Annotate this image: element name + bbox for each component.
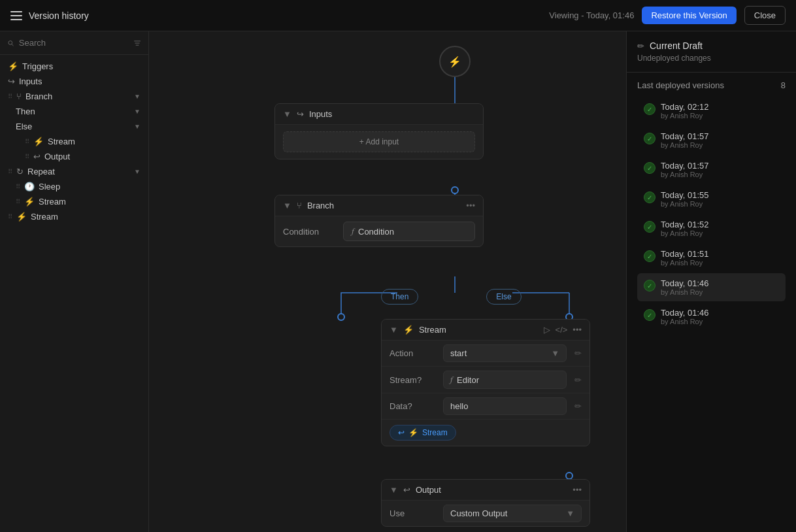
sidebar-item-stream-1[interactable]: ⠿ ⚡ Stream <box>0 134 148 149</box>
sidebar-item-repeat[interactable]: ⠿ ↻ Repeat ▼ <box>0 164 148 179</box>
sidebar-item-then[interactable]: Then ▼ <box>0 104 148 119</box>
collapse-arrow[interactable]: ▼ <box>283 201 291 210</box>
sidebar-item-label: Output <box>44 152 70 161</box>
pencil-icon: ✏ <box>637 41 644 51</box>
sidebar: ⚡ Triggers ↪ Inputs ⠿ ⑂ Branch ▼ Then ▼ <box>0 31 149 532</box>
version-info: Today, 01:51 by Anish Roy <box>661 249 779 267</box>
output-icon: ↩ <box>33 152 41 161</box>
bolt-icon: ⚡ <box>403 325 414 335</box>
condition-value[interactable]: 𝑓 Condition <box>343 222 475 241</box>
version-item[interactable]: Today, 01:46 by Anish Roy <box>637 303 786 331</box>
canvas: ⚡ ▼ ↪ Inputs + Add input ▼ ⑂ Branch ••• <box>149 31 626 532</box>
badge-icon: ⚡ <box>408 428 418 437</box>
versions-section: Last deployed versions 8 Today, 02:12 by… <box>627 73 796 340</box>
collapse-arrow[interactable]: ▼ <box>283 109 291 119</box>
current-draft-title: Current Draft <box>650 41 703 51</box>
sidebar-item-stream-3[interactable]: ⠿ ⚡ Stream <box>0 209 148 224</box>
chevron-down-icon: ▼ <box>134 123 141 130</box>
current-draft-section: ✏ Current Draft Undeployed changes <box>627 31 796 73</box>
version-info: Today, 01:52 by Anish Roy <box>661 220 779 237</box>
more-icon[interactable]: ••• <box>572 485 582 495</box>
version-author: by Anish Roy <box>661 229 779 237</box>
edit-icon[interactable]: ✏ <box>574 375 582 385</box>
right-panel: ✏ Current Draft Undeployed changes Last … <box>626 31 796 532</box>
data-value[interactable]: hello <box>443 397 567 415</box>
sidebar-item-else[interactable]: Else ▼ <box>0 119 148 134</box>
version-author: by Anish Roy <box>661 141 779 149</box>
more-icon[interactable]: ••• <box>466 201 475 210</box>
code-icon[interactable]: </> <box>556 325 568 335</box>
version-time: Today, 01:57 <box>661 131 779 141</box>
stream-node-title: Stream <box>419 325 539 335</box>
clock-icon: 🕐 <box>24 182 35 191</box>
use-value[interactable]: Custom Output ▼ <box>443 505 582 522</box>
version-item[interactable]: Today, 01:57 by Anish Roy <box>637 156 786 184</box>
sidebar-item-label: Else <box>16 122 32 131</box>
version-author: by Anish Roy <box>661 288 779 296</box>
drag-handle: ⠿ <box>8 93 12 100</box>
version-info: Today, 01:46 by Anish Roy <box>661 278 779 296</box>
version-time: Today, 01:46 <box>661 278 779 288</box>
bolt-icon: ⚡ <box>16 212 27 222</box>
versions-list: Today, 02:12 by Anish Roy Today, 01:57 b… <box>637 97 786 331</box>
sidebar-item-output[interactable]: ⠿ ↩ Output <box>0 149 148 164</box>
drag-handle: ⠿ <box>8 213 12 220</box>
stream-action-row: Action start ▼ ✏ <box>382 341 589 367</box>
version-time: Today, 01:57 <box>661 161 779 171</box>
sidebar-item-triggers[interactable]: ⚡ Triggers <box>0 59 148 74</box>
drag-handle: ⠿ <box>25 153 29 160</box>
stream-badge[interactable]: ↩ ⚡ Stream <box>390 425 456 441</box>
stream-node: ▼ ⚡ Stream ▷ </> ••• Action start ▼ ✏ <box>381 319 590 446</box>
filter-icon[interactable] <box>134 39 141 48</box>
sidebar-item-stream-2[interactable]: ⠿ ⚡ Stream <box>0 194 148 209</box>
sidebar-item-inputs[interactable]: ↪ Inputs <box>0 74 148 89</box>
version-author: by Anish Roy <box>661 171 779 178</box>
action-value[interactable]: start ▼ <box>443 344 567 362</box>
stream-data-row: Data? hello ✏ <box>382 393 589 420</box>
search-icon <box>8 39 14 48</box>
collapse-arrow[interactable]: ▼ <box>390 325 398 335</box>
sidebar-item-branch[interactable]: ⠿ ⑂ Branch ▼ <box>0 89 148 104</box>
sidebar-item-label: Inputs <box>19 76 42 86</box>
versions-count: 8 <box>781 80 786 90</box>
fx-icon: 𝑓 <box>352 226 354 237</box>
version-item[interactable]: Today, 02:12 by Anish Roy <box>637 97 786 125</box>
close-button[interactable]: Close <box>744 6 786 25</box>
version-item[interactable]: Today, 01:57 by Anish Roy <box>637 126 786 154</box>
branch-icon: ⑂ <box>297 201 302 210</box>
play-icon[interactable]: ▷ <box>544 325 550 335</box>
more-icon[interactable]: ••• <box>572 325 582 335</box>
stream-node-header: ▼ ⚡ Stream ▷ </> ••• <box>382 320 589 341</box>
inputs-node-body: + Add input <box>275 125 483 159</box>
drag-handle: ⠿ <box>25 138 29 145</box>
version-item[interactable]: Today, 01:55 by Anish Roy <box>637 185 786 213</box>
current-draft-subtitle: Undeployed changes <box>637 54 786 63</box>
chevron-down-icon: ▼ <box>134 93 141 100</box>
sidebar-item-sleep[interactable]: ⠿ 🕐 Sleep <box>0 179 148 194</box>
drag-handle: ⠿ <box>8 168 12 175</box>
version-item[interactable]: Today, 01:46 by Anish Roy <box>637 273 786 301</box>
chevron-down-icon: ▼ <box>134 108 141 115</box>
sidebar-item-label: Repeat <box>27 167 55 176</box>
edit-icon[interactable]: ✏ <box>574 401 582 411</box>
sidebar-item-label: Sleep <box>39 182 60 191</box>
version-item[interactable]: Today, 01:51 by Anish Roy <box>637 244 786 272</box>
version-check-icon <box>644 309 655 321</box>
main-content: ⚡ Triggers ↪ Inputs ⠿ ⑂ Branch ▼ Then ▼ <box>0 31 796 532</box>
branch-badges: Then Else <box>381 289 522 305</box>
search-input[interactable] <box>19 38 129 48</box>
output-node: ▼ ↩ Output ••• Use Custom Output ▼ <box>381 479 590 527</box>
restore-button[interactable]: Restore this Version <box>642 7 736 24</box>
add-input-button[interactable]: + Add input <box>283 131 475 152</box>
menu-icon[interactable] <box>10 11 22 20</box>
edit-icon[interactable]: ✏ <box>574 348 582 358</box>
inputs-node-title: Inputs <box>309 109 475 119</box>
topbar-right: Viewing - Today, 01:46 Restore this Vers… <box>549 6 786 25</box>
stream-stream-row: Stream? 𝑓 Editor ✏ <box>382 367 589 393</box>
trigger-node[interactable]: ⚡ <box>439 46 471 77</box>
version-item[interactable]: Today, 01:52 by Anish Roy <box>637 214 786 242</box>
output-node-actions: ••• <box>572 485 582 495</box>
stream-value[interactable]: 𝑓 Editor <box>443 371 567 389</box>
collapse-arrow[interactable]: ▼ <box>390 485 398 495</box>
branch-node-actions: ••• <box>466 201 475 210</box>
